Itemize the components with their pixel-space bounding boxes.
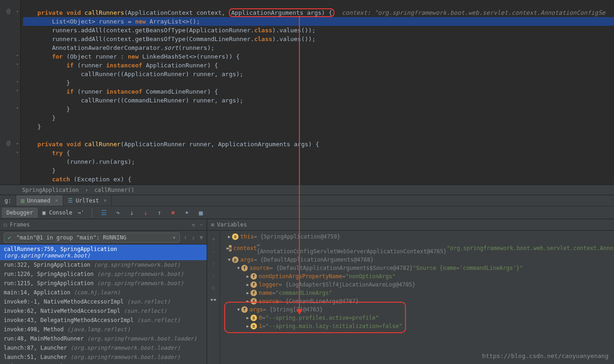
step-into-icon[interactable]: ↓	[128, 209, 136, 216]
stack-frame[interactable]: run:322, SpringApplication (org.springfr…	[0, 260, 207, 269]
var-source2[interactable]: ▶fsource = {CommandLineArgs@4787}	[220, 297, 614, 305]
layout-icon[interactable]: ☰	[101, 209, 108, 216]
expand-icon[interactable]: ▶	[245, 299, 250, 304]
var-array-0[interactable]: ▶≡0 = "--spring.profiles.active=profile"	[220, 314, 614, 322]
fold-icon[interactable]: ▾	[16, 106, 18, 110]
drop-frame-icon[interactable]: ✖	[170, 209, 177, 216]
check-icon: ✔	[8, 234, 11, 241]
code-editor[interactable]: @ ▾ ▾ ▾ ▾ ▾ ▾ @ ▾ ▾ private void callRun…	[0, 0, 614, 185]
filter-icon[interactable]: ▼	[200, 234, 203, 241]
step-over-icon[interactable]: ↷	[114, 209, 122, 216]
expand-icon[interactable]: ▶	[245, 316, 250, 320]
down-icon[interactable]: ↓	[212, 273, 215, 279]
fold-icon[interactable]: ▾	[16, 79, 18, 84]
debugger-tab[interactable]: Debugger	[2, 208, 38, 218]
var-nonoption[interactable]: ▶fnonOptionArgsPropertyName = "nonOption…	[220, 272, 614, 280]
stack-frame[interactable]: run:1215, SpringApplication (org.springf…	[0, 279, 207, 288]
stack-frame[interactable]: run:1226, SpringApplication (org.springf…	[0, 269, 207, 279]
glasses-icon[interactable]: 👓	[210, 297, 217, 303]
code-line: }	[23, 105, 614, 113]
stack-frame[interactable]: callRunners:759, SpringApplication (org.…	[0, 245, 207, 260]
evaluate-icon[interactable]: ▦	[197, 209, 205, 216]
collapse-icon[interactable]: ▼	[236, 307, 241, 312]
thread-selector[interactable]: ✔ "main"@1 in group "main": RUNNING ▾	[4, 233, 180, 243]
close-icon[interactable]: ×	[103, 197, 107, 203]
prev-frame-icon[interactable]: ↑	[184, 234, 187, 241]
code-line: if (runner instanceof CommandLineRunner)…	[23, 87, 614, 96]
run-to-cursor-icon[interactable]: ➤	[184, 209, 191, 216]
expand-icon[interactable]: ▶	[245, 282, 250, 287]
expand-icon[interactable]: ▶	[245, 324, 250, 328]
variables-list[interactable]: ＋ − ↑ ↓ ⧉ 👓 ▶≡this = {SpringApplication@…	[207, 231, 614, 364]
restore-icon[interactable]: ⇆	[192, 221, 195, 228]
debugger-toolbar: Debugger ▣ Console →ˈ ☰ ↷ ↓ ↓ ↑ ✖ ➤ ▦	[0, 206, 614, 219]
tab-urltest[interactable]: ☰ UrlTest ×	[63, 195, 112, 206]
var-source[interactable]: ▼fsource = {DefaultApplicationArguments$…	[220, 264, 614, 272]
hide-icon[interactable]: −	[200, 221, 203, 228]
frames-list[interactable]: callRunners:759, SpringApplication (org.…	[0, 245, 207, 364]
frames-panel-header: ☐ Frames ⇆ −	[0, 219, 207, 231]
stack-frame[interactable]: invoke:62, NativeMethodAccessorImpl (sun…	[0, 306, 207, 316]
step-out-icon[interactable]: ↑	[156, 209, 163, 216]
code-line: callRunner((CommandLineRunner) runner, a…	[23, 96, 614, 105]
code-line: runners.addAll(context.getBeansOfType(Co…	[23, 35, 614, 43]
up-icon[interactable]: ↑	[212, 261, 215, 267]
expand-icon[interactable]: ▶	[245, 291, 250, 295]
next-frame-icon[interactable]: ↓	[192, 234, 195, 241]
frames-icon: ☐	[4, 221, 7, 228]
stack-frame[interactable]: run:48, MainMethodRunner (org.springfram…	[0, 334, 207, 343]
add-watch-icon[interactable]: ＋	[211, 235, 216, 243]
fold-icon[interactable]: ▾	[16, 62, 18, 66]
var-array-1[interactable]: ▶≡1 = "--spring.main.lazy-initialization…	[220, 322, 614, 330]
code-line: try {	[23, 149, 614, 157]
var-logger[interactable]: ▶flogger = {LogAdapter$Slf4jLocationAwar…	[220, 280, 614, 289]
breadcrumb-item[interactable]: callRunner()	[95, 187, 135, 193]
code-line: runners.addAll(context.getBeansOfType(Ap…	[23, 26, 614, 35]
variables-panel-header: ≡ Variables	[207, 219, 614, 231]
collapse-icon[interactable]: ▼	[227, 257, 232, 262]
force-step-into-icon[interactable]: ↓	[142, 209, 149, 216]
field-icon: ≡	[232, 233, 238, 240]
breadcrumb[interactable]: SpringApplication › callRunner()	[0, 185, 614, 195]
index-icon: ≡	[250, 323, 257, 329]
var-args[interactable]: ▼pargs = {DefaultApplicationArguments@47…	[220, 256, 614, 264]
close-icon[interactable]: ×	[55, 197, 58, 203]
stack-frame[interactable]: invoke:43, DelegatingMethodAccessorImpl …	[0, 316, 207, 325]
var-this[interactable]: ▶≡this = {SpringApplication@4759}	[220, 233, 614, 241]
copy-icon[interactable]: ⧉	[211, 285, 215, 291]
remove-watch-icon[interactable]: −	[212, 249, 215, 255]
code-area[interactable]: private void callRunners(ApplicationCont…	[21, 0, 614, 184]
stack-frame[interactable]: launch:87, Launcher (org.springframework…	[0, 343, 207, 352]
breadcrumb-item[interactable]: SpringApplication	[22, 187, 79, 193]
stack-frame[interactable]: launch:51, Launcher (org.springframework…	[0, 352, 207, 362]
stack-frame[interactable]: main:14, Application (com.hj.learn)	[0, 288, 207, 297]
stack-frame[interactable]: main:52, JarLauncher (org.springframewor…	[0, 362, 207, 364]
stack-frame[interactable]: invoke0:-1, NativeMethodAccessorImpl (su…	[0, 297, 207, 306]
collapse-icon[interactable]: ▼	[236, 266, 241, 270]
fold-icon[interactable]: ▾	[16, 53, 18, 58]
fold-icon[interactable]: ▾	[16, 88, 18, 93]
fold-icon[interactable]: ▾	[16, 141, 18, 146]
code-line: (runner).run(args);	[23, 157, 614, 166]
stack-frame[interactable]: invoke:498, Method (java.lang.reflect)	[0, 325, 207, 334]
code-line: }	[23, 113, 614, 122]
override-icon: @	[6, 139, 10, 147]
var-args-array[interactable]: ▼fargs = {String[2]@4763}	[220, 305, 614, 314]
http-icon: ☰	[68, 197, 73, 204]
fold-icon[interactable]: ▾	[16, 150, 18, 155]
code-line: catch (Exception ex) {	[23, 175, 614, 184]
fold-icon[interactable]: ▾	[16, 9, 18, 14]
editor-gutter: @ ▾ ▾ ▾ ▾ ▾ ▾ @ ▾ ▾	[0, 0, 21, 185]
index-icon: ≡	[250, 315, 257, 321]
expand-icon[interactable]: ▶	[227, 234, 232, 239]
var-name-field[interactable]: ▶fname = "commandLineArgs"	[220, 289, 614, 297]
override-icon: @	[6, 7, 10, 15]
db-icon: ▤	[21, 197, 24, 204]
param-icon: p	[229, 245, 231, 251]
breadcrumb-sep: ›	[85, 187, 88, 193]
var-context[interactable]: ▶pcontext = {AnnotationConfigServletWebS…	[220, 241, 614, 256]
console-tab[interactable]: ▣ Console →ˈ	[38, 208, 89, 218]
tab-unnamed[interactable]: ▤ Unnamed ×	[16, 195, 63, 206]
expand-icon[interactable]: ▶	[245, 274, 250, 279]
field-icon: f	[241, 265, 248, 271]
